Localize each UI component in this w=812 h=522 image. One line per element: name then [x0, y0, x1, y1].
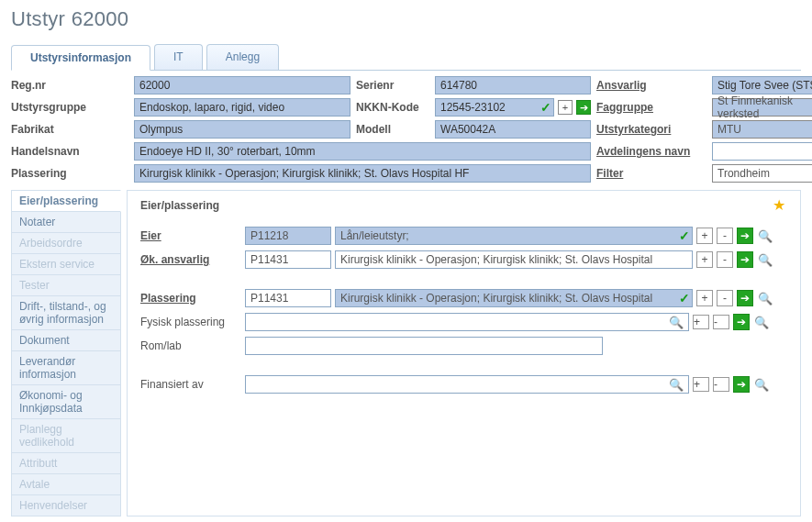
utstyrsgruppe-label: Utstyrsgruppe: [11, 101, 128, 114]
sidebar-item-tester[interactable]: Tester: [11, 275, 121, 296]
handelsnavn-field[interactable]: Endoeye HD II, 30° roterbart, 10mm: [134, 142, 591, 161]
minus-button[interactable]: -: [717, 228, 733, 244]
plassering-desc[interactable]: Kirurgisk klinikk - Operasjon; Kirurgisk…: [335, 289, 693, 307]
sidebar-item-drift[interactable]: Drift-, tilstand-, og øvrig informasjon: [11, 296, 121, 330]
faggruppe-label[interactable]: Faggruppe: [596, 101, 706, 114]
handelsnavn-label: Handelsnavn: [11, 145, 128, 158]
minus-button[interactable]: -: [713, 315, 729, 329]
finans-field[interactable]: 🔍: [245, 375, 689, 394]
plassering-field[interactable]: Kirurgisk klinikk - Operasjon; Kirurgisk…: [134, 164, 591, 183]
regnr-label: Reg.nr: [11, 79, 128, 92]
top-form: Reg.nr 62000 Serienr 614780 Ansvarlig St…: [11, 76, 801, 183]
check-icon: ✓: [679, 291, 690, 305]
go-button[interactable]: ➔: [733, 314, 750, 330]
magnify-icon[interactable]: 🔍: [669, 378, 684, 392]
eier-label[interactable]: Eier: [140, 229, 241, 242]
sidebar-item-notater[interactable]: Notater: [11, 212, 121, 233]
panel-title: Eier/plassering: [140, 199, 219, 212]
sidebar-item-planlegg[interactable]: Planlegg vedlikehold: [11, 419, 121, 453]
sidebar-item-henvendelser[interactable]: Henvendelser: [11, 495, 121, 516]
add-button[interactable]: +: [558, 100, 573, 115]
romlab-label: Rom/lab: [140, 339, 241, 352]
serienr-label: Serienr: [356, 79, 429, 92]
main-tabs: Utstyrsinformasjon IT Anlegg: [11, 44, 801, 71]
avdelingens-field[interactable]: [712, 142, 812, 161]
go-button[interactable]: ➔: [737, 228, 753, 244]
ok-desc[interactable]: Kirurgisk klinikk - Operasjon; Kirurgisk…: [335, 250, 693, 269]
tab-anlegg[interactable]: Anlegg: [206, 44, 279, 70]
eier-id[interactable]: P11218: [245, 227, 331, 245]
panel-plassering-label[interactable]: Plassering: [140, 292, 241, 305]
check-icon: ✓: [540, 100, 551, 115]
plassering-id[interactable]: P11431: [245, 289, 331, 307]
magnify-icon[interactable]: 🔍: [753, 314, 770, 330]
magnify-icon[interactable]: 🔍: [757, 251, 773, 268]
eier-desc[interactable]: Lån/leieutstyr;✓: [335, 227, 693, 245]
ok-id[interactable]: P11431: [245, 250, 331, 269]
magnify-icon[interactable]: 🔍: [757, 228, 773, 244]
sidebar-item-dokument[interactable]: Dokument: [11, 330, 121, 351]
check-icon: ✓: [679, 228, 690, 243]
sidebar-item-attributt[interactable]: Attributt: [11, 453, 121, 474]
fabrikat-field[interactable]: Olympus: [134, 120, 350, 139]
sidebar-item-avtale[interactable]: Avtale: [11, 474, 121, 495]
star-icon[interactable]: ★: [773, 198, 787, 213]
go-button[interactable]: ➔: [737, 290, 753, 306]
romlab-field[interactable]: [245, 337, 603, 355]
ansvarlig-field[interactable]: Stig Tore Svee (STS)✓: [712, 76, 812, 94]
modell-field[interactable]: WA50042A: [435, 120, 591, 139]
fabrikat-label: Fabrikat: [11, 123, 128, 136]
fysisk-label: Fysisk plassering: [140, 316, 241, 328]
serienr-field[interactable]: 614780: [435, 76, 591, 94]
tab-utstyrsinformasjon[interactable]: Utstyrsinformasjon: [11, 45, 150, 71]
utstyrkategori-label[interactable]: Utstyrkategori: [596, 123, 706, 136]
avdelingens-label[interactable]: Avdelingens navn: [596, 145, 706, 158]
ok-ansvarlig-label[interactable]: Øk. ansvarlig: [140, 253, 241, 266]
go-button[interactable]: ➔: [576, 100, 591, 115]
plassering-label: Plassering: [11, 167, 128, 180]
plus-button[interactable]: +: [696, 290, 713, 306]
page-title: Utstyr 62000: [11, 7, 801, 31]
sidebar-item-ekstern[interactable]: Ekstern service: [11, 254, 121, 275]
plus-button[interactable]: +: [696, 228, 713, 244]
finans-label: Finansiert av: [140, 378, 241, 391]
faggruppe-dropdown[interactable]: St Finmekanisk verksted: [712, 98, 812, 117]
nkkn-field[interactable]: 12545-23102✓: [435, 98, 554, 117]
magnify-icon[interactable]: 🔍: [757, 290, 773, 306]
utstyrkategori-dropdown[interactable]: MTU: [712, 120, 812, 139]
plus-button[interactable]: +: [693, 377, 709, 392]
sidebar-item-arbeidsordre[interactable]: Arbeidsordre: [11, 233, 121, 254]
panel-content: Eier/plassering ★ Eier P11218 Lån/leieut…: [127, 190, 801, 516]
minus-button[interactable]: -: [717, 290, 733, 306]
plus-button[interactable]: +: [696, 251, 713, 268]
sidebar-item-okonomi[interactable]: Økonomi- og Innkjøpsdata: [11, 385, 121, 419]
ansvarlig-label[interactable]: Ansvarlig: [596, 79, 706, 92]
filter-dropdown[interactable]: Trondheim: [712, 164, 812, 183]
modell-label: Modell: [356, 123, 429, 136]
go-button[interactable]: ➔: [737, 251, 753, 268]
filter-label[interactable]: Filter: [596, 167, 706, 180]
sidebar-item-leverandor[interactable]: Leverandør informasjon: [11, 351, 121, 385]
go-button[interactable]: ➔: [733, 376, 750, 393]
sidebar-item-eier[interactable]: Eier/plassering: [11, 190, 121, 212]
minus-button[interactable]: -: [717, 251, 733, 268]
plus-button[interactable]: +: [693, 315, 709, 329]
minus-button[interactable]: -: [713, 377, 729, 392]
magnify-icon[interactable]: 🔍: [753, 376, 770, 393]
regnr-field[interactable]: 62000: [134, 76, 350, 94]
tab-it[interactable]: IT: [154, 44, 203, 70]
sidebar: Eier/plassering Notater Arbeidsordre Eks…: [11, 190, 121, 516]
utstyrsgruppe-field[interactable]: Endoskop, laparo, rigid, video: [134, 98, 350, 117]
fysisk-field[interactable]: 🔍: [245, 313, 689, 331]
magnify-icon[interactable]: 🔍: [669, 316, 684, 329]
nkkn-label: NKKN-Kode: [356, 101, 429, 114]
